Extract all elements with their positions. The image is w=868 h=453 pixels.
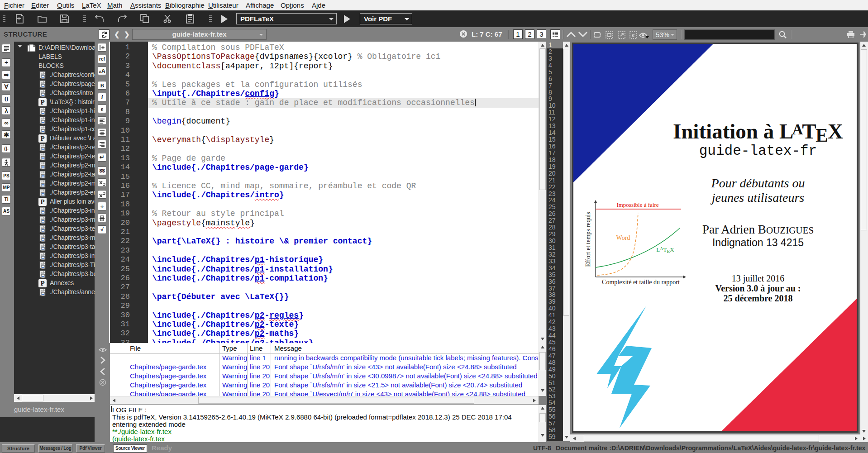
svg-text:Complexité et taille du rappor: Complexité et taille du rapport bbox=[602, 279, 680, 286]
svg-text:LATEX: LATEX bbox=[656, 246, 674, 254]
svg-text:Impossible à faire: Impossible à faire bbox=[616, 201, 658, 208]
svg-text:Word: Word bbox=[616, 234, 630, 241]
svg-text:Effort et temps requis: Effort et temps requis bbox=[585, 212, 591, 267]
